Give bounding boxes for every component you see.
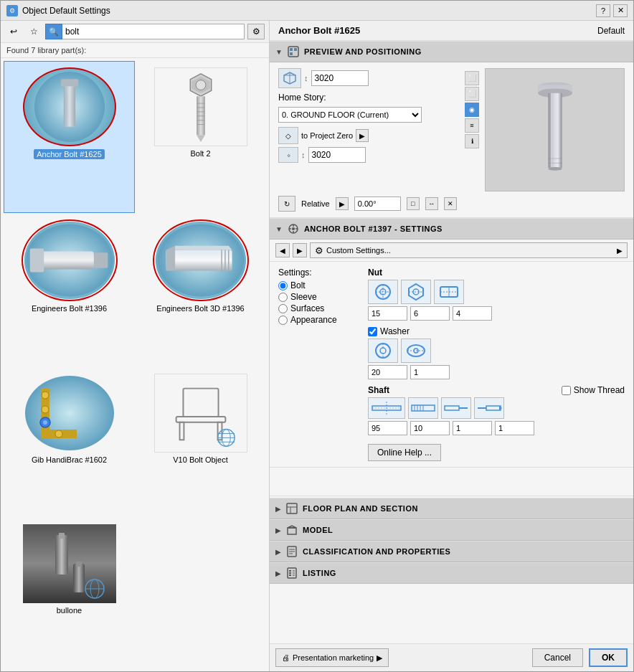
svg-point-27 <box>25 376 114 450</box>
settings-section-header[interactable]: ▼ ANCHOR BOLT #1397 - SETTINGS <box>270 218 633 240</box>
washer-icon-2 <box>401 339 431 363</box>
radio-sleeve-input[interactable] <box>278 293 288 302</box>
altitude-icon: ↕ <box>304 74 308 82</box>
washer-val1[interactable] <box>368 365 407 379</box>
washer-checkbox[interactable] <box>368 327 377 336</box>
classification-title: CLASSIFICATION AND PROPERTIES <box>303 547 450 556</box>
flip-x-btn[interactable]: ↔ <box>425 197 438 210</box>
main-window: ⚙ Object Default Settings ? ✕ ↩ ☆ 🔍 ⚙ Fo… <box>0 0 634 672</box>
preview-collapse-arrow: ▼ <box>275 48 283 56</box>
settings-nav-back[interactable]: ◀ <box>275 243 290 257</box>
to-project-label: to Project Zero <box>301 131 353 140</box>
svg-point-32 <box>55 430 62 437</box>
search-icon[interactable]: 🔍 <box>45 24 62 39</box>
listing-section-header[interactable]: ▶ LISTING <box>270 562 633 584</box>
radio-surfaces-input[interactable] <box>278 304 288 313</box>
washer-header: Washer <box>368 326 625 336</box>
close-button[interactable]: ✕ <box>613 4 628 17</box>
radio-appearance-label[interactable]: Appearance <box>290 315 337 325</box>
nut-val3[interactable] <box>453 306 492 321</box>
home-story-select[interactable]: 0. GROUND FLOOR (Current) <box>278 107 422 123</box>
nut-val2[interactable] <box>410 306 450 321</box>
flip-y-btn[interactable]: ✕ <box>444 197 457 210</box>
shaft-val2[interactable] <box>410 421 450 435</box>
reset-angle-btn[interactable]: □ <box>407 197 420 210</box>
angle-input[interactable] <box>354 197 401 211</box>
window-title: Object Default Settings <box>22 6 110 16</box>
help-button[interactable]: ? <box>596 4 610 17</box>
svg-rect-1 <box>60 79 77 86</box>
washer-val2[interactable] <box>410 365 450 379</box>
library-item-anchor-bolt[interactable]: Anchor Bolt #1625 <box>4 61 135 213</box>
radio-surfaces-label[interactable]: Surfaces <box>290 303 324 313</box>
preview-section-header[interactable]: ▼ PREVIEW AND POSITIONING <box>270 41 633 62</box>
library-item-eng-bolt[interactable]: Engineers Bolt #1396 <box>4 213 135 366</box>
radio-appearance-input[interactable] <box>278 316 288 325</box>
view-btn-5[interactable]: ℹ <box>465 134 479 148</box>
settings-nav: ◀ ▶ ⚙ Custom Settings... ▶ <box>270 240 633 262</box>
svg-rect-45 <box>59 533 65 539</box>
custom-settings-btn[interactable]: ⚙ Custom Settings... ▶ <box>310 242 628 258</box>
svg-point-68 <box>292 227 295 230</box>
online-help-btn[interactable]: Online Help ... <box>368 444 441 461</box>
floor-plan-section-header[interactable]: ▶ FLOOR PLAN AND SECTION <box>270 498 633 519</box>
library-item-bullone[interactable]: bullone <box>4 518 135 668</box>
washer-icon-1 <box>368 339 398 363</box>
library-item-gib[interactable]: Gib HandiBrac #1602 <box>4 367 135 518</box>
search-settings-button[interactable]: ⚙ <box>247 24 265 39</box>
right-header: Anchor Bolt #1625 Default <box>270 21 633 41</box>
shaft-val3[interactable] <box>453 421 492 435</box>
radio-sleeve-label[interactable]: Sleeve <box>290 292 317 302</box>
star-button[interactable]: ☆ <box>25 24 42 39</box>
view-btn-2[interactable]: ⬜ <box>465 87 479 101</box>
svg-rect-35 <box>183 388 218 416</box>
radio-bolt-input[interactable] <box>278 281 288 290</box>
svg-point-30 <box>42 392 49 399</box>
presentation-label: Presentation marketing <box>293 653 374 662</box>
svg-rect-37 <box>179 422 184 440</box>
cancel-btn[interactable]: Cancel <box>532 648 583 667</box>
show-thread-checkbox[interactable] <box>562 386 571 395</box>
nut-val1[interactable] <box>368 306 407 321</box>
custom-settings-icon: ⚙ <box>315 245 323 256</box>
svg-point-84 <box>380 348 386 354</box>
view-btn-4[interactable]: ≡ <box>465 118 479 133</box>
library-item-bolt2[interactable]: Bolt 2 <box>135 61 266 213</box>
settings-body: Settings: Bolt Sleeve Surfaces <box>270 262 633 468</box>
ok-btn[interactable]: OK <box>589 648 628 667</box>
search-input[interactable] <box>62 24 245 39</box>
view-btn-1[interactable]: ⬜ <box>465 71 479 85</box>
to-project-btn[interactable]: ▶ <box>356 129 369 142</box>
library-item-eng-bolt-3d[interactable]: Engineers Bolt 3D #1396 <box>135 213 266 366</box>
library-grid: Anchor Bolt #1625 <box>1 58 269 671</box>
classification-section-header[interactable]: ▶ CLASSIFICATION AND PROPERTIES <box>270 541 633 562</box>
cube-icon <box>278 68 301 88</box>
value2-input[interactable] <box>308 147 366 163</box>
library-item-v10[interactable]: V10 Bolt Object <box>135 367 266 518</box>
radio-bolt: Bolt <box>278 280 361 290</box>
settings-controls: Nut <box>368 268 625 461</box>
relative-arrow-btn[interactable]: ▶ <box>336 197 349 210</box>
back-button[interactable]: ↩ <box>5 24 22 39</box>
svg-rect-44 <box>55 535 68 574</box>
value1-input[interactable] <box>311 70 369 86</box>
presentation-btn[interactable]: 🖨 Presentation marketing ▶ <box>275 648 389 667</box>
shaft-val1[interactable] <box>368 421 407 435</box>
title-bar-controls: ? ✕ <box>596 4 628 17</box>
printer-icon: 🖨 <box>282 653 290 662</box>
anchor-bolt-label: Anchor Bolt #1625 <box>34 149 105 159</box>
v10-label: V10 Bolt Object <box>173 455 227 464</box>
shaft-val4[interactable] <box>495 421 534 435</box>
v10-thumbnail <box>154 374 247 453</box>
svg-rect-98 <box>445 406 459 410</box>
radio-surfaces: Surfaces <box>278 303 361 313</box>
view-btn-3d[interactable]: ◉ <box>465 103 479 117</box>
home-story-select-row: 0. GROUND FLOOR (Current) <box>278 107 459 123</box>
svg-rect-4 <box>64 86 66 126</box>
angle-icon: ◇ <box>278 127 298 144</box>
settings-nav-forward[interactable]: ▶ <box>293 243 307 257</box>
model-section-header[interactable]: ▶ MODEL <box>270 519 633 541</box>
svg-rect-114 <box>289 572 291 574</box>
radio-bolt-label[interactable]: Bolt <box>290 280 306 290</box>
rotate-icon-btn[interactable]: ↻ <box>278 196 295 212</box>
